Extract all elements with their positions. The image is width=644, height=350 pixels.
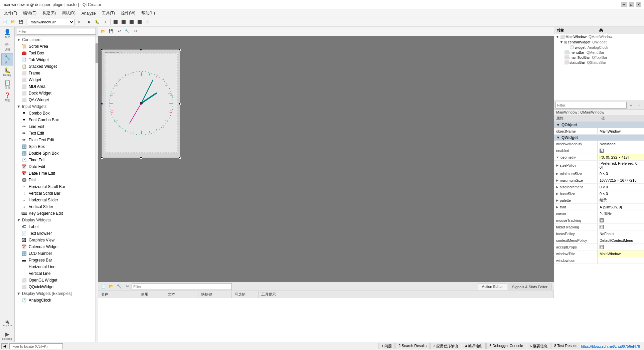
file-combo[interactable]: mainwindow.ui*: [28, 19, 74, 25]
prop-value-maximumsize[interactable]: 16777215 × 16777215: [598, 177, 644, 183]
status-section-buildout[interactable]: 4 编译输出: [462, 343, 486, 349]
widget-item-font-combo-box[interactable]: ▼ Font Combo Box: [15, 117, 95, 123]
status-section-appout[interactable]: 3 应用程序输出: [430, 343, 461, 349]
prop-name-sizeincrement[interactable]: sizeIncrement: [554, 184, 598, 190]
sidebar-projects[interactable]: 📋 项目: [1, 79, 13, 91]
props-remove-btn[interactable]: -: [635, 102, 643, 109]
tree-item-mainwindow[interactable]: ▼ ⬜ MainWindow QMainWindow: [554, 34, 644, 39]
handle-mid-right[interactable]: [179, 103, 181, 105]
widget-item-calendar[interactable]: 📅 Calendar Widget: [15, 243, 95, 250]
action-add-btn[interactable]: 📄: [100, 283, 107, 290]
widget-item-line-edit[interactable]: ✏ Line Edit: [15, 123, 95, 130]
handle-top-left[interactable]: [101, 49, 103, 51]
action-edit-btn[interactable]: 🔧: [116, 283, 123, 290]
status-search-input[interactable]: [9, 343, 63, 349]
widget-item-text-browser[interactable]: 📄 Text Browser: [15, 230, 95, 237]
prop-name-basesize[interactable]: baseSize: [554, 190, 598, 197]
widget-item-qaxwidget[interactable]: ⬜ QAxWidget: [15, 97, 95, 103]
designer-canvas[interactable]: 在这里输入...: [102, 49, 180, 158]
enabled-checkbox[interactable]: ☑: [600, 149, 604, 153]
status-section-issues[interactable]: 1 问题: [378, 343, 395, 349]
props-filter-input[interactable]: [555, 102, 627, 109]
handle-bottom-mid[interactable]: [140, 157, 142, 159]
prop-name-minimumsize[interactable]: minimumSize: [554, 170, 598, 177]
align-center-btn[interactable]: ⬛: [120, 18, 127, 26]
menu-edit[interactable]: 编辑(E): [20, 10, 39, 17]
sidebar-help[interactable]: ❓ 帮助: [1, 92, 13, 104]
widget-item-key-sequence-edit[interactable]: ⌨ Key Sequence Edit: [15, 210, 95, 217]
build-btn[interactable]: ▶: [86, 18, 93, 26]
widget-item-mdi-area[interactable]: ⬜ MDI Area: [15, 83, 95, 90]
widget-item-date-edit[interactable]: 📅 Date Edit: [15, 163, 95, 170]
widget-filter-input[interactable]: [17, 28, 96, 35]
sidebar-debug[interactable]: 🐛 Debug: [1, 66, 13, 78]
prop-value-objectname[interactable]: MainWindow: [598, 128, 644, 134]
action-config-btn[interactable]: ✂: [124, 283, 131, 290]
widget-item-double-spin-box[interactable]: 🔢 Double Spin Box: [15, 150, 95, 157]
prop-value-windowicon[interactable]: [598, 257, 644, 264]
status-section-test[interactable]: 8 Test Results: [551, 343, 580, 349]
prop-value-mousetracking[interactable]: □: [598, 217, 644, 223]
prop-group-qobject[interactable]: ▼ QObject: [554, 122, 644, 128]
handle-bottom-left[interactable]: [101, 157, 103, 159]
widget-item-plain-text-edit[interactable]: ✏ Plain Text Edit: [15, 137, 95, 143]
menu-debug[interactable]: 调试(D): [59, 10, 78, 17]
tree-item-statusbar[interactable]: ⬜ statusBar QStatusBar: [554, 60, 644, 65]
prop-value-palette[interactable]: 继承: [598, 197, 644, 203]
canvas-open-btn[interactable]: 📂: [100, 28, 107, 35]
widget-item-graphics-view[interactable]: 🖼 Graphics View: [15, 237, 95, 243]
tree-item-maintoolbar[interactable]: ⬜ mainToolBar QToolBar: [554, 55, 644, 60]
widget-item-spin-box[interactable]: 🔢 Spin Box: [15, 143, 95, 150]
minimize-button[interactable]: ─: [621, 2, 627, 7]
widget-item-combo-box[interactable]: ▼ Combo Box: [15, 110, 95, 117]
widget-item-stacked-widget[interactable]: 📋 Stacked Widget: [15, 63, 95, 70]
menu-build[interactable]: 构建(B): [40, 10, 58, 17]
widget-item-tab-widget[interactable]: 📑 Tab Widget: [15, 56, 95, 63]
widget-item-label[interactable]: 🏷 Label: [15, 223, 95, 230]
widget-item-lcd[interactable]: 🔢 LCD Number: [15, 250, 95, 257]
widget-item-datetime-edit[interactable]: 📅 Date/Time Edit: [15, 170, 95, 177]
widget-item-progress-bar[interactable]: ▬ Progress Bar: [15, 257, 95, 264]
acceptdrops-checkbox[interactable]: □: [600, 245, 604, 249]
menu-controls[interactable]: 控件(W): [118, 10, 138, 17]
layout-btn[interactable]: ⬛: [136, 18, 143, 26]
align-left-btn[interactable]: ⬛: [112, 18, 119, 26]
prop-value-sizepolicy[interactable]: [Preferred, Preferred, 0, 0]: [598, 161, 644, 170]
grid-btn[interactable]: ⊞: [144, 18, 151, 26]
widget-item-dial[interactable]: 🔘 Dial: [15, 177, 95, 183]
mousetracking-checkbox[interactable]: □: [600, 218, 604, 222]
prop-value-minimumsize[interactable]: 0 × 0: [598, 170, 644, 177]
action-remove-btn[interactable]: 📂: [108, 283, 115, 290]
prop-name-sizepolicy[interactable]: sizePolicy: [554, 161, 598, 170]
sidebar-release[interactable]: ▶ Release: [1, 330, 13, 342]
status-left-btn[interactable]: ◀: [1, 343, 8, 349]
action-filter-input[interactable]: [132, 283, 232, 290]
prop-value-acceptdrops[interactable]: □: [598, 244, 644, 250]
prop-value-cursor[interactable]: ↖ 箭头: [598, 210, 644, 217]
category-display-examples[interactable]: ▼ Display Widgets [Examples]: [15, 290, 95, 297]
widget-panel-scrollbar[interactable]: [95, 36, 98, 342]
tablettracking-checkbox[interactable]: □: [600, 225, 604, 229]
props-add-btn[interactable]: +: [627, 102, 635, 109]
status-section-search[interactable]: 2 Search Results: [395, 343, 430, 349]
save-btn[interactable]: 💾: [17, 18, 25, 26]
align-right-btn[interactable]: ⬛: [128, 18, 135, 26]
prop-value-enabled[interactable]: ☑: [598, 147, 644, 154]
handle-bottom-right[interactable]: [179, 157, 181, 159]
run-btn[interactable]: ▷: [102, 18, 109, 26]
tree-item-menubar[interactable]: ⬜ menuBar QMenuBar: [554, 50, 644, 55]
widget-item-vline[interactable]: │ Vertical Line: [15, 270, 95, 277]
prop-name-geometry[interactable]: geometry: [554, 154, 598, 160]
prop-group-qwidget[interactable]: ▼ QWidget: [554, 135, 644, 141]
menu-tools[interactable]: 工具(T): [99, 10, 118, 17]
open-btn[interactable]: 📂: [9, 18, 17, 26]
close-file-btn[interactable]: ✕: [75, 18, 83, 26]
prop-name-palette[interactable]: palette: [554, 197, 598, 203]
handle-top-mid[interactable]: [140, 49, 142, 51]
prop-name-maximumsize[interactable]: maximumSize: [554, 177, 598, 183]
menu-help[interactable]: 帮助(H): [139, 10, 158, 17]
widget-item-hslider[interactable]: ↔ Horizontal Slider: [15, 197, 95, 203]
widget-item-vslider[interactable]: ↕ Vertical Slider: [15, 203, 95, 210]
widget-item-dock-widget[interactable]: ⬜ Dock Widget: [15, 90, 95, 97]
prop-value-basesize[interactable]: 0 × 0: [598, 190, 644, 197]
